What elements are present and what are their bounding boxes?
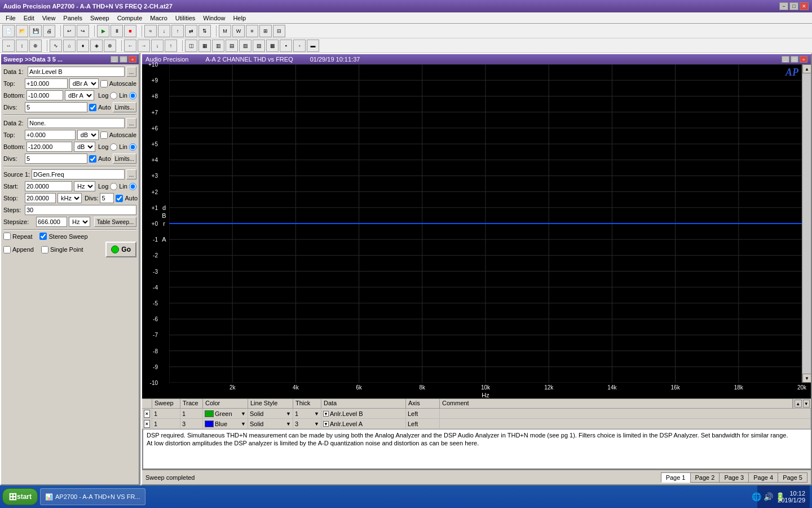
source1-lin-radio[interactable] [129,183,136,190]
tb-e1[interactable]: ∿ [50,40,62,52]
tb-g1[interactable]: ◫ [185,40,197,52]
start-button[interactable]: ⊞ start [2,488,38,505]
data2-top-unit[interactable]: dB [77,130,99,140]
menu-sweep[interactable]: Sweep [87,14,113,23]
sweep-panel-close[interactable]: × [129,56,136,63]
tb-redo[interactable]: ↪ [77,25,89,37]
data2-divs-value[interactable] [25,154,87,164]
tb-open[interactable]: 📂 [16,25,28,37]
data2-lin-radio[interactable] [129,143,136,151]
tb-d2[interactable]: ↕ [16,40,28,52]
row1-thick-dropdown[interactable]: ▼ [314,411,319,417]
data2-bottom-unit[interactable]: dB [74,142,95,152]
stepsize-unit[interactable]: Hz [69,217,90,227]
tb-g6[interactable]: ▧ [253,40,265,52]
row1-color-dropdown[interactable]: ▼ [241,411,246,417]
go-button[interactable]: Go [105,242,136,257]
chart-scrollbar[interactable]: ▲ ▼ [802,64,811,383]
data2-autoscale-check[interactable] [100,132,108,139]
source1-start-unit[interactable]: Hz [74,181,95,191]
row2-data-checkbox[interactable]: ▼ [323,421,329,427]
tb-e2[interactable]: ⌂ [63,40,76,52]
repeat-check[interactable] [3,233,11,240]
tb-print[interactable]: 🖨 [43,25,55,37]
menu-help[interactable]: Help [230,14,249,23]
row1-color[interactable]: Green ▼ [203,409,248,418]
scroll-down[interactable]: ▼ [802,374,811,383]
page-tab-5[interactable]: Page 5 [778,472,807,483]
tb-d3[interactable]: ⊕ [29,40,42,52]
data1-bottom-value[interactable] [27,90,63,100]
tb-c1[interactable]: M [219,25,231,37]
data1-bottom-unit[interactable]: dBr A [65,90,94,100]
tb-stop[interactable]: ■ [124,25,136,37]
tb-g2[interactable]: ▦ [198,40,211,52]
tb-g7[interactable]: ▩ [266,40,279,52]
tb-c5[interactable]: ⊟ [273,25,285,37]
data2-bottom-value[interactable] [27,142,72,152]
page-tab-1[interactable]: Page 1 [661,472,690,483]
scroll-up[interactable]: ▲ [802,64,811,73]
row2-thick-dropdown[interactable]: ▼ [314,421,319,427]
data1-autoscale-check[interactable] [100,80,108,87]
row2-linestyle[interactable]: Solid ▼ [248,419,293,428]
menu-view[interactable]: View [39,14,59,23]
tb-c2[interactable]: W [232,25,245,37]
page-tab-3[interactable]: Page 3 [719,472,748,483]
row1-thick[interactable]: 1 ▼ [293,409,321,418]
source1-stop-unit[interactable]: kHz [58,193,82,203]
menu-panels[interactable]: Panels [60,14,86,23]
stepsize-value[interactable] [36,217,67,227]
data1-auto-check[interactable] [89,104,96,111]
page-tab-2[interactable]: Page 2 [690,472,720,483]
tb-g3[interactable]: ▥ [212,40,224,52]
source1-stop-value[interactable] [25,193,56,203]
tb-g4[interactable]: ▤ [226,40,238,52]
data2-input[interactable] [28,118,125,128]
single-point-check[interactable] [41,246,48,253]
data2-browse[interactable]: ... [126,118,136,128]
taskbar-ap-app[interactable]: 📊 AP2700 - A-A THD+N VS FR... [40,488,145,505]
tb-b4[interactable]: ⇄ [185,25,197,37]
menu-compute[interactable]: Compute [114,14,146,23]
row2-color-dropdown[interactable]: ▼ [241,421,246,427]
menu-file[interactable]: File [2,14,19,23]
tb-pause[interactable]: ⏸ [111,25,123,37]
tb-g9[interactable]: ▫ [293,40,306,52]
tb-b3[interactable]: ↑ [171,25,184,37]
tb-save[interactable]: 💾 [29,25,42,37]
tb-f1[interactable]: ← [124,40,136,52]
data2-top-value[interactable] [25,130,76,140]
data1-divs-value[interactable] [25,102,87,112]
tb-b5[interactable]: ⇅ [198,25,211,37]
chart-max[interactable]: □ [791,56,798,63]
tb-f2[interactable]: → [138,40,150,52]
append-check[interactable] [3,246,11,253]
row1-check[interactable]: × [142,409,152,418]
data1-limits[interactable]: Limits... [113,102,136,112]
close-button[interactable]: ✕ [800,2,809,10]
source1-divs[interactable] [100,193,114,203]
minimize-button[interactable]: − [779,2,788,10]
stereo-sweep-check[interactable] [39,233,47,240]
steps-value[interactable] [25,205,136,215]
sweep-panel-max[interactable]: □ [120,56,127,63]
tb-g10[interactable]: ▬ [307,40,319,52]
source1-start-value[interactable] [25,181,72,191]
tb-e5[interactable]: ⊗ [104,40,116,52]
data1-log-radio[interactable] [110,92,117,99]
row2-check[interactable]: × [142,419,152,428]
row1-linestyle-dropdown[interactable]: ▼ [286,411,291,417]
data1-browse[interactable]: ... [126,67,136,77]
tb-e3[interactable]: ♦ [77,40,89,52]
tb-g5[interactable]: ▨ [239,40,251,52]
source1-input[interactable] [32,169,125,179]
menu-macro[interactable]: Macro [147,14,171,23]
tb-b1[interactable]: ≈ [144,25,157,37]
scroll-track[interactable] [802,73,811,374]
tb-undo[interactable]: ↩ [63,25,76,37]
chart-close[interactable]: × [800,56,807,63]
tb-e4[interactable]: ◈ [90,40,103,52]
menu-window[interactable]: Window [200,14,228,23]
data2-limits[interactable]: Limits... [113,154,136,164]
